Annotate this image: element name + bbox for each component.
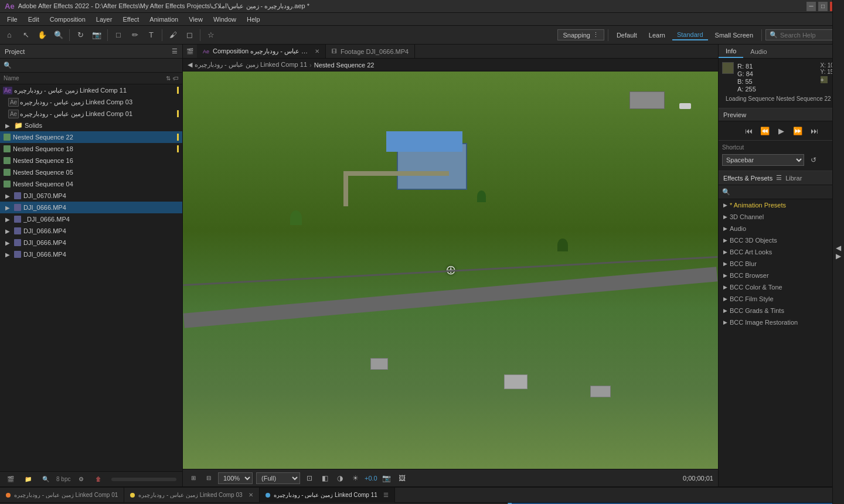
project-item-dji0666-4[interactable]: ▶ DJI_0666.MP4	[0, 237, 182, 248]
tl-tab-close-03[interactable]: ✕	[249, 492, 253, 498]
track-scroll-left[interactable]: ◀	[836, 244, 841, 252]
menu-help[interactable]: Help	[242, 15, 265, 24]
tl-tab-comp01[interactable]: زمین عباس - رودبارچیره Linked Comp 01	[0, 488, 124, 503]
project-search-input[interactable]	[14, 62, 179, 69]
effects-item-bccfs[interactable]: ▶ BCC Film Style	[719, 293, 844, 305]
project-item-dji0666-3[interactable]: ▶ DJI_0666.MP4	[0, 225, 182, 237]
project-item-dji0666-sel[interactable]: ▶ DJI_0666.MP4	[0, 202, 182, 213]
project-item-ns18[interactable]: Nested Sequence 18	[0, 143, 182, 155]
project-item-3[interactable]: Ae زمین عباس - رودبارچیره Linked Comp 01	[0, 108, 182, 120]
safe-zone-btn[interactable]: ⊡	[304, 472, 315, 484]
viewer-canvas[interactable]: ⊕	[183, 71, 718, 469]
project-search-bar[interactable]: 🔍	[0, 59, 182, 73]
project-item-1[interactable]: Ae زمین عباس - رودبارچیره Linked Comp 11	[0, 84, 182, 96]
new-folder-btn[interactable]: 📁	[21, 472, 35, 486]
puppet-tool[interactable]: ☆	[204, 28, 218, 42]
camera-tool[interactable]: 📷	[90, 28, 104, 42]
shortcut-reset-btn[interactable]: ↺	[806, 153, 821, 167]
effects-item-bcca[interactable]: ▶ BCC Art Looks	[719, 246, 844, 258]
tab-audio[interactable]: Audio	[743, 46, 774, 57]
bread-crumb-1[interactable]: زمین عباس - رودبارچیره Linked Comp 11	[195, 61, 307, 69]
search-help-box[interactable]: 🔍	[765, 29, 842, 40]
new-comp-btn[interactable]: 🎬	[4, 472, 18, 486]
select-tool[interactable]: ↖	[19, 28, 33, 42]
effects-item-bccgt[interactable]: ▶ BCC Grads & Tints	[719, 305, 844, 316]
menu-animation[interactable]: Animation	[145, 15, 183, 24]
text-tool[interactable]: T	[144, 28, 158, 42]
search-input[interactable]	[780, 32, 838, 39]
effects-search-bar[interactable]: 🔍	[719, 185, 844, 199]
menu-view[interactable]: View	[184, 15, 207, 24]
project-item-solids[interactable]: ▶ 📁 Solids	[0, 120, 182, 131]
effects-search-input[interactable]	[733, 189, 840, 196]
project-item-dji0666-2[interactable]: ▶ _DJI_0666.MP4	[0, 213, 182, 225]
settings-btn[interactable]: ⚙	[74, 472, 88, 486]
preview-prev-btn[interactable]: ⏪	[759, 125, 771, 137]
effects-item-audio[interactable]: ▶ Audio	[719, 223, 844, 234]
color-mgmt-btn[interactable]: ◑	[334, 472, 346, 484]
hand-tool[interactable]: ✋	[35, 28, 49, 42]
zoom-select[interactable]: 100% 50% 200%	[218, 472, 253, 484]
tab-comp-11[interactable]: Ae Composition زمین عباس - رودبارچیره Li…	[197, 45, 326, 59]
effects-item-bccir[interactable]: ▶ BCC Image Restoration	[719, 316, 844, 328]
workspace-default[interactable]: Default	[612, 30, 642, 40]
menu-edit[interactable]: Edit	[23, 15, 44, 24]
grid-btn[interactable]: ⊟	[203, 472, 215, 484]
menu-composition[interactable]: Composition	[45, 15, 90, 24]
preview-next-btn[interactable]: ⏩	[792, 125, 804, 137]
effects-item-bccb[interactable]: ▶ BCC Blur	[719, 258, 844, 270]
track-scroll-right[interactable]: ▶	[836, 252, 841, 260]
tab-info[interactable]: Info	[719, 45, 743, 58]
minimize-button[interactable]: ─	[806, 2, 816, 11]
project-item-ns04[interactable]: Nested Sequence 04	[0, 178, 182, 190]
channels-btn[interactable]: ◧	[319, 472, 331, 484]
tab-effects-presets[interactable]: Effects & Presets	[723, 175, 772, 182]
zoom-tool[interactable]: 🔍	[52, 28, 66, 42]
project-item-ns22[interactable]: Nested Sequence 22	[0, 131, 182, 143]
snapshot-btn[interactable]: 📷	[381, 472, 393, 484]
workspace-standard[interactable]: Standard	[672, 30, 708, 40]
menu-window[interactable]: Window	[209, 15, 241, 24]
effects-item-3d-channel[interactable]: ▶ 3D Channel	[719, 211, 844, 223]
preview-play-btn[interactable]: ▶	[775, 125, 787, 137]
preview-first-btn[interactable]: ⏮	[743, 125, 754, 137]
bread-back[interactable]: ◀	[188, 61, 192, 69]
shortcut-select[interactable]: Spacebar	[722, 154, 804, 166]
project-item-ns05[interactable]: Nested Sequence 05	[0, 166, 182, 178]
workspace-learn[interactable]: Learn	[644, 30, 670, 40]
tl-tab-comp11[interactable]: زمین عباس - رودبارچیره Linked Comp 11 ☰	[260, 488, 395, 503]
project-item-ns16[interactable]: Nested Sequence 16	[0, 155, 182, 166]
tl-tab-comp03[interactable]: زمین عباس - رودبارچیره Linked Comp 03 ✕	[124, 488, 259, 503]
maximize-button[interactable]: □	[818, 2, 828, 11]
sort-icon[interactable]: ⇅	[166, 75, 171, 81]
quality-select[interactable]: (Full) (Half) (Quarter)	[256, 472, 300, 484]
effects-item-animation-presets[interactable]: ▶ * Animation Presets	[719, 199, 844, 211]
exposure-btn[interactable]: ☀	[349, 472, 361, 484]
tl-tab-menu-11[interactable]: ☰	[383, 492, 389, 498]
snapping-button[interactable]: Snapping ⋮	[557, 29, 604, 40]
paint-tool[interactable]: 🖌	[166, 28, 180, 42]
effects-menu-icon[interactable]: ☰	[776, 174, 782, 182]
delete-btn[interactable]: 🗑	[91, 472, 106, 486]
menu-layer[interactable]: Layer	[91, 15, 117, 24]
menu-file[interactable]: File	[2, 15, 22, 24]
tag-icon[interactable]: 🏷	[173, 75, 179, 81]
search-btn[interactable]: 🔍	[39, 472, 53, 486]
effects-item-bccct[interactable]: ▶ BCC Color & Tone	[719, 281, 844, 293]
project-item-2[interactable]: Ae زمین عباس - رودبارچیره Linked Comp 03	[0, 96, 182, 108]
fit-frame-btn[interactable]: ⊞	[188, 472, 199, 484]
workspace-small-screen[interactable]: Small Screen	[710, 30, 758, 40]
rotation-tool[interactable]: ↻	[73, 28, 87, 42]
effects-item-bccbr[interactable]: ▶ BCC Browser	[719, 270, 844, 281]
menu-effect[interactable]: Effect	[118, 15, 144, 24]
effects-item-bcc3d[interactable]: ▶ BCC 3D Objects	[719, 234, 844, 246]
project-menu-icon[interactable]: ☰	[172, 47, 178, 55]
project-item-dji0666-5[interactable]: ▶ DJI_0666.MP4	[0, 248, 182, 260]
project-item-dji0670[interactable]: ▶ DJI_0670.MP4	[0, 190, 182, 202]
tab-footage[interactable]: 🎞 Footage DJI_0666.MP4	[326, 45, 415, 59]
eraser-tool[interactable]: ◻	[182, 28, 196, 42]
tab-library[interactable]: Librar	[785, 175, 802, 182]
show-snapshot-btn[interactable]: 🖼	[396, 472, 408, 484]
tab-close-btn[interactable]: ✕	[315, 48, 319, 55]
rect-tool[interactable]: □	[111, 28, 125, 42]
